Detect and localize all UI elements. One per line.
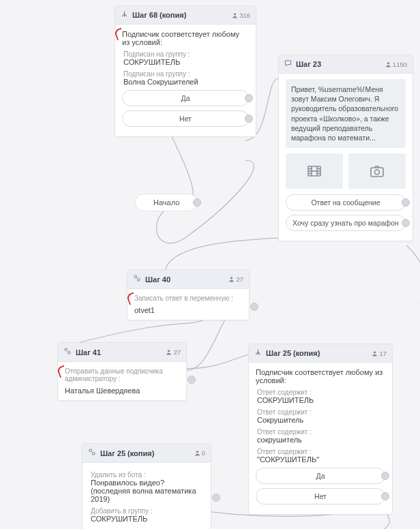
output-port[interactable] bbox=[402, 219, 410, 227]
svg-point-15 bbox=[65, 348, 68, 351]
output-port[interactable] bbox=[381, 492, 389, 500]
action-item: Удалить из бота : Понравилось видео? (по… bbox=[91, 471, 204, 503]
person-icon bbox=[166, 349, 172, 355]
card-count: 27 bbox=[166, 348, 181, 356]
card-count: 17 bbox=[372, 350, 387, 357]
output-port[interactable] bbox=[402, 198, 410, 207]
svg-point-17 bbox=[168, 350, 170, 352]
message-text: Привет, %username%! Меня зовут Максим Ол… bbox=[286, 79, 406, 148]
card-header: Шаг 25 (копия) 0 bbox=[82, 444, 211, 463]
output-port[interactable] bbox=[212, 494, 220, 502]
card-header: Шаг 68 (копия) 316 bbox=[115, 6, 256, 25]
svg-point-20 bbox=[92, 452, 95, 455]
card-title: Шаг 40 bbox=[145, 275, 224, 284]
yes-button[interactable]: Да bbox=[256, 468, 385, 484]
card-title: Шаг 41 bbox=[76, 348, 162, 357]
output-port[interactable] bbox=[245, 94, 253, 102]
card-count: 0 bbox=[194, 449, 205, 457]
branch-icon bbox=[254, 348, 262, 358]
message-icon bbox=[284, 59, 292, 69]
person-icon bbox=[232, 12, 238, 18]
condition-item: Ответ содержит :"СОКРУШИТЕЛЬ" bbox=[257, 448, 385, 464]
svg-point-21 bbox=[196, 451, 198, 453]
card-count: 1150 bbox=[385, 61, 407, 68]
card-header: Шаг 25 (копия) 17 bbox=[249, 344, 392, 363]
card-count: 27 bbox=[228, 275, 243, 283]
gears-icon bbox=[133, 274, 141, 284]
card-title: Шаг 25 (копия) bbox=[266, 349, 368, 357]
svg-rect-10 bbox=[371, 168, 383, 177]
card-title: Шаг 25 (копия) bbox=[100, 449, 190, 457]
photo-attachment[interactable] bbox=[348, 153, 406, 189]
person-icon bbox=[372, 350, 378, 357]
person-icon bbox=[228, 276, 235, 282]
step-40-card[interactable]: Шаг 40 27 Записать ответ в переменную : … bbox=[127, 269, 250, 320]
card-count: 316 bbox=[232, 12, 250, 19]
step-25-right-card[interactable]: Шаг 25 (копия) 17 Подписчик соответствуе… bbox=[248, 344, 393, 515]
svg-point-18 bbox=[374, 351, 376, 353]
gears-icon bbox=[63, 347, 72, 357]
step-41-card[interactable]: Шаг 41 27 Отправить данные подписчика ад… bbox=[57, 342, 187, 401]
svg-point-13 bbox=[137, 278, 140, 281]
learn-more-button[interactable]: Хочу сразу узнать про марафон bbox=[286, 215, 406, 231]
step-25-left-card[interactable]: Шаг 25 (копия) 0 Удалить из бота : Понра… bbox=[82, 443, 211, 529]
card-header: Шаг 41 27 bbox=[58, 343, 186, 362]
output-port[interactable] bbox=[193, 198, 201, 207]
output-port[interactable] bbox=[245, 115, 253, 123]
action-item: Добавить в группу : СОКРУШИТЕЛЬ bbox=[91, 507, 204, 523]
condition-item: Ответ содержит :Сокрушитель bbox=[257, 408, 385, 424]
video-attachment[interactable] bbox=[286, 153, 343, 189]
card-header: Шаг 40 27 bbox=[127, 270, 249, 289]
svg-point-1 bbox=[387, 62, 389, 64]
gears-icon bbox=[88, 448, 96, 458]
action-label: Отправить данные подписчика администрато… bbox=[65, 367, 179, 382]
no-button[interactable]: Нет bbox=[122, 110, 249, 127]
card-header: Шаг 23 1150 bbox=[279, 55, 412, 74]
condition-heading: Подписчик соответствует любому из услови… bbox=[122, 30, 249, 46]
person-icon bbox=[385, 61, 391, 67]
svg-point-14 bbox=[230, 277, 232, 279]
reply-button[interactable]: Ответ на сообщение bbox=[286, 194, 406, 211]
action-label: Записать ответ в переменную : bbox=[134, 294, 242, 302]
camera-icon bbox=[369, 163, 385, 179]
condition-item: Подписан на группу : СОКРУШИТЕЛЬ bbox=[123, 50, 249, 66]
condition-item: Ответ содержит :СОКРУШИТЕЛЬ bbox=[257, 389, 385, 404]
action-value: Наталья Шевердяева bbox=[65, 387, 179, 395]
output-port[interactable] bbox=[250, 303, 258, 311]
svg-point-11 bbox=[375, 170, 380, 175]
condition-item: Подписан на группу : Волна Сокрушителей bbox=[123, 70, 249, 86]
branch-icon bbox=[121, 10, 128, 20]
person-icon bbox=[194, 450, 200, 456]
film-icon bbox=[306, 163, 322, 179]
card-title: Шаг 23 bbox=[296, 60, 381, 68]
svg-point-16 bbox=[68, 351, 70, 354]
start-node[interactable]: Начало bbox=[135, 194, 198, 211]
output-port[interactable] bbox=[381, 472, 389, 480]
output-port[interactable] bbox=[188, 376, 196, 384]
svg-point-0 bbox=[234, 13, 236, 15]
action-value: otvet1 bbox=[134, 306, 242, 314]
step-23-card[interactable]: Шаг 23 1150 Привет, %username%! Меня зов… bbox=[278, 55, 413, 241]
yes-button[interactable]: Да bbox=[122, 90, 249, 106]
condition-item: Ответ содержит :сокрушитель bbox=[257, 428, 385, 444]
no-button[interactable]: Нет bbox=[256, 488, 385, 504]
svg-point-19 bbox=[89, 449, 92, 452]
step-68-card[interactable]: Шаг 68 (копия) 316 Подписчик соответству… bbox=[115, 5, 256, 137]
card-title: Шаг 68 (копия) bbox=[132, 11, 228, 19]
condition-heading: Подписчик соответствует любому из услови… bbox=[256, 368, 385, 384]
svg-point-12 bbox=[134, 275, 137, 278]
